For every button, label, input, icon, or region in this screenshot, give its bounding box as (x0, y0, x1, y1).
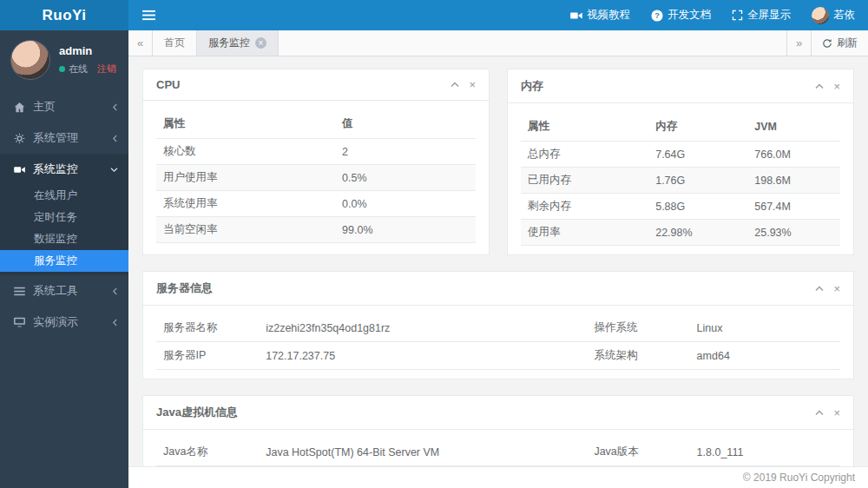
tab-home[interactable]: 首页 (153, 30, 197, 56)
hamburger-icon (142, 10, 155, 21)
app-logo[interactable]: RuoYi (0, 0, 128, 30)
panel-header: CPU × (143, 69, 489, 101)
collapse-chevron-up-icon[interactable] (815, 286, 824, 292)
panel-tools: × (815, 407, 840, 419)
video-icon (570, 10, 582, 21)
menu-item-system-management[interactable]: 系统管理 (0, 122, 128, 154)
cell-value: 5.88G (648, 194, 747, 220)
user-status: 在线 注销 (59, 63, 116, 76)
svg-text:?: ? (654, 11, 660, 20)
tab-bar: « 首页 服务监控 × » 刷新 (128, 30, 868, 56)
nav-dev-docs[interactable]: ? 开发文档 (651, 8, 711, 23)
cell-value: 567.4M (747, 194, 840, 220)
menu-item-label: 系统管理 (33, 130, 104, 146)
cell-value: 1.8.0_111 (690, 439, 840, 466)
collapse-chevron-up-icon[interactable] (815, 83, 824, 89)
table-row: 剩余内存5.88G567.4M (521, 194, 840, 220)
panel-close-icon[interactable]: × (833, 81, 840, 92)
panel-close-icon[interactable]: × (833, 407, 840, 419)
collapse-chevron-up-icon[interactable] (450, 82, 459, 88)
cell-value: 198.6M (747, 168, 840, 194)
cpu-table: 属性 值 核心数2 用户使用率0.5% 系统使用率0.0% 当前空闲率99.0% (156, 109, 476, 243)
panel-close-icon[interactable]: × (469, 79, 476, 90)
chevron-down-icon (110, 167, 118, 173)
cell-value: 0.5% (335, 165, 476, 191)
submenu-item-server-monitor[interactable]: 服务监控 (0, 250, 128, 272)
cell-label: Java名称 (156, 439, 259, 466)
cell-label: Java版本 (587, 439, 689, 466)
footer: © 2019 RuoYi Copyright (128, 466, 868, 488)
tabs-scroll-left-button[interactable]: « (128, 30, 153, 56)
cell-value: 2 (335, 139, 476, 165)
cell-property: 系统使用率 (156, 191, 335, 217)
online-status-dot (59, 66, 65, 72)
table-row: 总内存7.64G766.0M (521, 142, 840, 168)
top-navbar: RuoYi 视频教程 ? 开发文档 (0, 0, 868, 30)
tab-server-monitor[interactable]: 服务监控 × (197, 30, 279, 56)
menu-item-system-tools[interactable]: 系统工具 (0, 275, 128, 307)
nav-label: 视频教程 (587, 8, 630, 23)
tab-label: 首页 (164, 36, 185, 50)
submenu-item-online-users[interactable]: 在线用户 (0, 185, 128, 207)
tab-close-icon[interactable]: × (255, 37, 266, 49)
refresh-icon (822, 38, 832, 49)
menu-item-label: 实例演示 (33, 314, 104, 330)
nav-user-menu[interactable]: 若依 (812, 7, 855, 24)
topbar-main: 视频教程 ? 开发文档 全屏显示 若依 (128, 0, 868, 30)
submenu-item-data-monitor[interactable]: 数据监控 (0, 228, 128, 250)
refresh-button[interactable]: 刷新 (811, 30, 868, 56)
sidebar: admin 在线 注销 主页 (0, 30, 128, 488)
cell-value: 766.0M (747, 142, 840, 168)
table-row: 服务器名称 iz2zehi23fn35q4od1g81rz 操作系统 Linux (156, 314, 840, 342)
submenu-item-scheduled-tasks[interactable]: 定时任务 (0, 207, 128, 228)
chevron-left-icon (112, 103, 118, 111)
collapse-chevron-up-icon[interactable] (815, 410, 824, 416)
table-row: 系统使用率0.0% (156, 191, 476, 217)
cell-value: amd64 (690, 342, 840, 370)
panel-tools: × (815, 81, 840, 92)
content-row-1: CPU × 属性 值 (142, 69, 854, 255)
content-area: CPU × 属性 值 (128, 56, 868, 488)
sidebar-user-panel: admin 在线 注销 (0, 30, 128, 91)
column-header: 内存 (648, 112, 747, 142)
logout-link[interactable]: 注销 (97, 63, 116, 76)
desktop-icon (13, 317, 25, 327)
menu-item-system-monitor[interactable]: 系统监控 (0, 154, 128, 185)
chevron-left-icon (112, 135, 118, 142)
menu-item-label: 主页 (33, 99, 104, 115)
table-header-row: 属性 内存 JVM (521, 112, 840, 142)
copyright-text: © 2019 RuoYi Copyright (743, 472, 855, 484)
menu-item-demo[interactable]: 实例演示 (0, 307, 128, 338)
cell-value: iz2zehi23fn35q4od1g81rz (259, 314, 587, 342)
server-info-table: 服务器名称 iz2zehi23fn35q4od1g81rz 操作系统 Linux… (156, 314, 840, 370)
server-info-panel: 服务器信息 × 服务器名称 iz2zeh (142, 271, 854, 379)
menu-item-home[interactable]: 主页 (0, 91, 128, 122)
panel-title: CPU (156, 78, 180, 91)
panel-body: 服务器名称 iz2zehi23fn35q4od1g81rz 操作系统 Linux… (143, 306, 853, 379)
menu-item-label: 系统工具 (33, 283, 104, 299)
panel-body: 属性 内存 JVM 总内存7.64G766.0M 已用内存1.76G198.6M… (508, 103, 853, 254)
sidebar-menu: 主页 系统管理 (0, 91, 128, 338)
sidebar-toggle-button[interactable] (128, 0, 169, 30)
bars-icon (13, 287, 25, 296)
panel-header: 服务器信息 × (143, 272, 853, 306)
refresh-label: 刷新 (837, 36, 858, 50)
main-area: « 首页 服务监控 × » 刷新 (128, 30, 868, 488)
user-info: admin 在线 注销 (59, 44, 116, 76)
panel-body: 属性 值 核心数2 用户使用率0.5% 系统使用率0.0% 当前空闲率99.0% (143, 101, 489, 252)
cell-value: Java HotSpot(TM) 64-Bit Server VM (259, 439, 587, 466)
online-status-link[interactable]: 在线 (69, 63, 88, 76)
nav-fullscreen[interactable]: 全屏显示 (732, 8, 791, 23)
panel-close-icon[interactable]: × (833, 283, 840, 294)
column-header: 属性 (156, 109, 335, 139)
panel-header: Java虚拟机信息 × (143, 396, 853, 430)
nav-video-tutorial[interactable]: 视频教程 (570, 8, 630, 23)
tabs-scroll-right-button[interactable]: » (786, 30, 811, 56)
question-circle-icon: ? (651, 10, 663, 22)
monitor-camera-icon (13, 165, 25, 175)
table-header-row: 属性 值 (156, 109, 476, 139)
user-avatar[interactable] (10, 40, 50, 80)
cell-value: Linux (690, 314, 840, 342)
cell-value: 1.76G (648, 168, 747, 194)
submenu-system-monitor: 在线用户 定时任务 数据监控 服务监控 (0, 185, 128, 275)
